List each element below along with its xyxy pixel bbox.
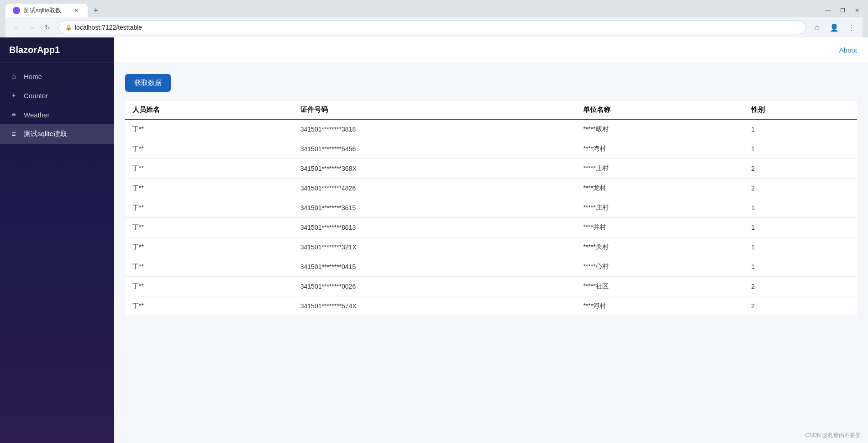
menu-icon: ≡ — [9, 111, 18, 119]
cell-name: 丁** — [125, 179, 293, 198]
cell-gender: 1 — [744, 257, 857, 277]
cell-name: 丁** — [125, 139, 293, 159]
cell-org: *****社区 — [576, 277, 744, 296]
restore-button[interactable]: ❐ — [837, 5, 848, 16]
sidebar: BlazorApp1 ⌂ Home + Counter ≡ Weather ≡ … — [0, 37, 114, 443]
cell-name: 丁** — [125, 218, 293, 237]
cell-idno: 341501********0026 — [293, 277, 576, 296]
cell-idno: 341501********8013 — [293, 218, 576, 237]
minimize-button[interactable]: — — [822, 5, 833, 16]
cell-idno: 341501********321X — [293, 237, 576, 257]
sidebar-item-counter[interactable]: + Counter — [0, 86, 114, 105]
sidebar-nav: ⌂ Home + Counter ≡ Weather ≡ 测试sqlite读取 — [0, 63, 114, 443]
cell-name: 丁** — [125, 198, 293, 218]
cell-gender: 1 — [744, 198, 857, 218]
cell-gender: 2 — [744, 296, 857, 316]
tab-title: 测试sqlite取数 — [24, 6, 61, 15]
lock-icon: 🔒 — [65, 24, 72, 31]
forward-button[interactable]: → — [25, 20, 39, 35]
sidebar-item-weather[interactable]: ≡ Weather — [0, 105, 114, 124]
toolbar-icons: ☆ 👤 ⋮ — [810, 20, 859, 35]
list-icon: ≡ — [9, 130, 18, 138]
col-header-gender: 性别 — [744, 101, 857, 119]
new-tab-button[interactable]: + — [89, 4, 102, 17]
cell-org: ****龙村 — [576, 179, 744, 198]
cell-org: *****心村 — [576, 257, 744, 277]
cell-idno: 341501********4826 — [293, 179, 576, 198]
url-text: localhost:7122/testtable — [75, 24, 799, 31]
table-row: 丁** 341501********5456 ****湾村 1 — [125, 139, 857, 159]
sidebar-item-home-label: Home — [24, 73, 42, 80]
about-link[interactable]: About — [839, 46, 857, 54]
top-bar: About — [114, 37, 868, 63]
close-window-button[interactable]: ✕ — [852, 5, 863, 16]
cell-idno: 341501********5456 — [293, 139, 576, 159]
profile-button[interactable]: 👤 — [827, 20, 842, 35]
tab-bar: 测试sqlite取数 ✕ + — ❐ ✕ — [5, 4, 863, 17]
cell-name: 丁** — [125, 277, 293, 296]
cell-gender: 2 — [744, 277, 857, 296]
table-row: 丁** 341501********368X *****庄村 2 — [125, 159, 857, 179]
address-bar[interactable]: 🔒 localhost:7122/testtable — [58, 21, 806, 34]
table-row: 丁** 341501********0415 *****心村 1 — [125, 257, 857, 277]
cell-org: *****关村 — [576, 237, 744, 257]
cell-idno: 341501********574X — [293, 296, 576, 316]
cell-name: 丁** — [125, 119, 293, 139]
get-data-button[interactable]: 获取数据 — [125, 74, 171, 92]
cell-org: *****庄村 — [576, 159, 744, 179]
content-area: 获取数据 人员姓名 证件号码 单位名称 性别 丁** 341501*******… — [114, 63, 868, 428]
cell-org: *****庄村 — [576, 198, 744, 218]
cell-org: ****井村 — [576, 218, 744, 237]
tab-favicon — [13, 7, 20, 14]
col-header-org: 单位名称 — [576, 101, 744, 119]
cell-idno: 341501********3615 — [293, 198, 576, 218]
cell-name: 丁** — [125, 296, 293, 316]
cell-gender: 1 — [744, 237, 857, 257]
cell-name: 丁** — [125, 159, 293, 179]
cell-org: ****湾村 — [576, 139, 744, 159]
cell-idno: 341501********3818 — [293, 119, 576, 139]
cell-gender: 1 — [744, 119, 857, 139]
table-row: 丁** 341501********321X *****关村 1 — [125, 237, 857, 257]
cell-gender: 1 — [744, 139, 857, 159]
app-layout: BlazorApp1 ⌂ Home + Counter ≡ Weather ≡ … — [0, 37, 868, 443]
sidebar-item-weather-label: Weather — [24, 111, 49, 119]
home-icon: ⌂ — [9, 72, 18, 80]
menu-button[interactable]: ⋮ — [844, 20, 859, 35]
cell-idno: 341501********0415 — [293, 257, 576, 277]
table-row: 丁** 341501********3615 *****庄村 1 — [125, 198, 857, 218]
table-row: 丁** 341501********8013 ****井村 1 — [125, 218, 857, 237]
cell-gender: 1 — [744, 218, 857, 237]
tab-close-button[interactable]: ✕ — [72, 6, 80, 15]
back-button[interactable]: ← — [9, 20, 24, 35]
main-content: About 获取数据 人员姓名 证件号码 单位名称 性别 丁** 341501*… — [114, 37, 868, 443]
sidebar-item-testsqlite-label: 测试sqlite读取 — [24, 130, 67, 138]
table-row: 丁** 341501********574X ****河村 2 — [125, 296, 857, 316]
cell-gender: 2 — [744, 179, 857, 198]
cell-idno: 341501********368X — [293, 159, 576, 179]
cell-name: 丁** — [125, 257, 293, 277]
bookmark-button[interactable]: ☆ — [810, 20, 824, 35]
browser-chrome: 测试sqlite取数 ✕ + — ❐ ✕ ← → ↻ 🔒 localhost:7… — [0, 0, 868, 37]
window-controls: — ❐ ✕ — [822, 5, 863, 16]
col-header-name: 人员姓名 — [125, 101, 293, 119]
cell-gender: 2 — [744, 159, 857, 179]
cell-org: *****畈村 — [576, 119, 744, 139]
plus-icon: + — [9, 91, 18, 100]
col-header-idno: 证件号码 — [293, 101, 576, 119]
footer-text: CSDN @扎量丙不要弄 — [114, 428, 868, 443]
active-tab[interactable]: 测试sqlite取数 ✕ — [5, 4, 88, 17]
reload-button[interactable]: ↻ — [40, 20, 55, 35]
table-row: 丁** 341501********3818 *****畈村 1 — [125, 119, 857, 139]
cell-name: 丁** — [125, 237, 293, 257]
sidebar-item-counter-label: Counter — [24, 92, 48, 100]
table-row: 丁** 341501********0026 *****社区 2 — [125, 277, 857, 296]
sidebar-brand: BlazorApp1 — [0, 37, 114, 63]
nav-controls: ← → ↻ — [9, 20, 55, 35]
table-header-row: 人员姓名 证件号码 单位名称 性别 — [125, 101, 857, 119]
cell-org: ****河村 — [576, 296, 744, 316]
sidebar-item-home[interactable]: ⌂ Home — [0, 67, 114, 86]
table-row: 丁** 341501********4826 ****龙村 2 — [125, 179, 857, 198]
sidebar-item-testsqlite[interactable]: ≡ 测试sqlite读取 — [0, 124, 114, 144]
address-bar-row: ← → ↻ 🔒 localhost:7122/testtable ☆ 👤 ⋮ — [5, 17, 863, 37]
